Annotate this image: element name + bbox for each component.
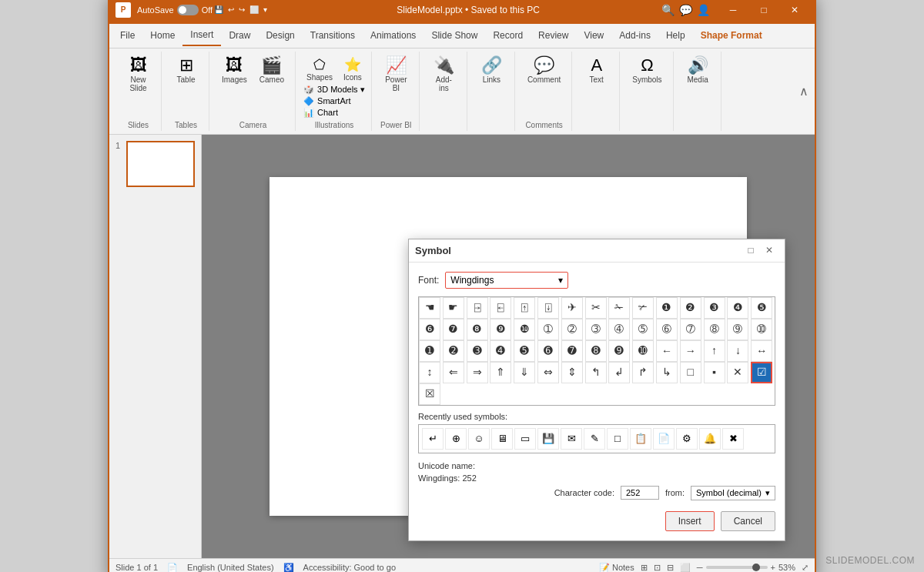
symbol-cell-56[interactable]: □	[680, 362, 701, 383]
smartart-button[interactable]: SmartArt	[317, 96, 350, 105]
symbol-cell-23[interactable]: ➃	[608, 319, 630, 340]
symbol-cell-50[interactable]: ⇔	[537, 362, 559, 383]
recent-symbol-3[interactable]: 🖥	[491, 428, 513, 450]
minimize-button[interactable]: ─	[719, 0, 747, 24]
symbol-cell-0[interactable]: ☚	[419, 297, 440, 319]
symbol-cell-36[interactable]: ➐	[561, 340, 583, 362]
symbol-cell-35[interactable]: ➏	[537, 340, 559, 362]
symbol-cell-8[interactable]: ✁	[608, 297, 630, 319]
symbol-cell-58[interactable]: ✕	[727, 362, 748, 383]
table-button[interactable]: ⊞ Table	[171, 55, 202, 86]
symbol-cell-13[interactable]: ❹	[727, 297, 748, 319]
dialog-close-button[interactable]: ✕	[760, 241, 778, 259]
symbol-cell-22[interactable]: ➂	[585, 319, 607, 340]
symbol-cell-20[interactable]: ➀	[537, 319, 559, 340]
symbol-cell-12[interactable]: ❸	[704, 297, 725, 319]
images-button[interactable]: 🖼 Images	[217, 55, 252, 86]
symbol-cell-59[interactable]: ☑	[751, 362, 772, 383]
symbol-cell-14[interactable]: ❺	[751, 297, 772, 319]
symbol-cell-9[interactable]: ✃	[632, 297, 654, 319]
symbol-cell-21[interactable]: ➁	[561, 319, 583, 340]
recent-symbol-5[interactable]: 💾	[537, 428, 559, 450]
tab-design[interactable]: Design	[258, 25, 302, 45]
symbol-cell-6[interactable]: ✈	[561, 297, 583, 319]
recent-symbol-9[interactable]: 📋	[630, 428, 651, 450]
symbol-cell-3[interactable]: ⍇	[490, 297, 511, 319]
symbol-cell-43[interactable]: ↓	[727, 340, 748, 362]
undo-icon[interactable]: ↩	[226, 4, 236, 15]
tab-review[interactable]: Review	[531, 25, 576, 45]
fit-icon[interactable]: ⤢	[802, 563, 808, 573]
format-icon[interactable]: ⬜	[248, 4, 260, 15]
recent-symbol-13[interactable]: ✖	[722, 428, 744, 450]
symbol-cell-44[interactable]: ↔	[751, 340, 772, 362]
symbol-cell-57[interactable]: ▪	[704, 362, 725, 383]
links-button[interactable]: 🔗 Links	[476, 55, 507, 86]
tab-draw[interactable]: Draw	[221, 25, 258, 45]
symbol-cell-19[interactable]: ❿	[514, 319, 535, 340]
tab-view[interactable]: View	[576, 25, 611, 45]
recent-symbol-6[interactable]: ✉	[561, 428, 582, 450]
symbol-cell-37[interactable]: ➑	[585, 340, 607, 362]
cancel-button[interactable]: Cancel	[721, 511, 775, 531]
symbol-cell-47[interactable]: ⇒	[467, 362, 488, 383]
chart-button[interactable]: Chart	[317, 108, 338, 117]
symbol-cell-41[interactable]: →	[680, 340, 701, 362]
recent-symbol-2[interactable]: ☺	[468, 428, 490, 450]
tab-home[interactable]: Home	[142, 25, 182, 45]
symbol-cell-33[interactable]: ➍	[490, 340, 511, 362]
symbols-button[interactable]: Ω Symbols	[628, 55, 666, 86]
symbol-cell-30[interactable]: ➊	[419, 340, 440, 362]
tab-animations[interactable]: Animations	[363, 25, 424, 45]
tab-file[interactable]: File	[112, 25, 142, 45]
cameo-button[interactable]: 🎬 Cameo	[255, 55, 289, 86]
symbol-cell-2[interactable]: ⍈	[467, 297, 488, 319]
symbol-cell-40[interactable]: ←	[656, 340, 678, 362]
symbol-cell-45[interactable]: ↕	[419, 362, 440, 383]
symbol-cell-1[interactable]: ☛	[443, 297, 464, 319]
symbol-cell-53[interactable]: ↲	[608, 362, 630, 383]
symbol-cell-5[interactable]: ⍗	[537, 297, 559, 319]
symbol-cell-27[interactable]: ➇	[704, 319, 725, 340]
symbol-cell-28[interactable]: ➈	[727, 319, 748, 340]
symbol-cell-29[interactable]: ➉	[751, 319, 772, 340]
addins-button[interactable]: 🔌 Add-ins	[428, 55, 459, 95]
comment-button[interactable]: 💬 Comment	[523, 55, 565, 86]
symbol-cell-42[interactable]: ↑	[704, 340, 725, 362]
symbol-cell-46[interactable]: ⇐	[443, 362, 464, 383]
symbol-cell-18[interactable]: ❾	[490, 319, 511, 340]
symbol-cell-24[interactable]: ➄	[632, 319, 654, 340]
recent-symbol-7[interactable]: ✎	[584, 428, 605, 450]
autosave-toggle[interactable]	[177, 5, 199, 15]
icons-button[interactable]: ⭐ Icons	[340, 55, 365, 83]
tab-slideshow[interactable]: Slide Show	[424, 25, 485, 45]
symbol-cell-34[interactable]: ➎	[514, 340, 535, 362]
symbol-cell-60[interactable]: ☒	[419, 383, 440, 405]
tab-help[interactable]: Help	[658, 25, 693, 45]
symbol-cell-17[interactable]: ❽	[467, 319, 488, 340]
normal-view-icon[interactable]: ⊞	[641, 563, 648, 573]
symbol-cell-49[interactable]: ⇓	[514, 362, 535, 383]
comment-icon[interactable]: 💬	[679, 4, 692, 16]
symbol-cell-39[interactable]: ➓	[632, 340, 654, 362]
slideshow-icon[interactable]: ⬜	[680, 563, 691, 573]
tab-transitions[interactable]: Transitions	[303, 25, 363, 45]
more-icon[interactable]: ▾	[262, 4, 269, 15]
symbol-cell-10[interactable]: ❶	[656, 297, 678, 319]
recent-symbol-11[interactable]: ⚙	[676, 428, 698, 450]
maximize-button[interactable]: □	[750, 0, 778, 24]
recent-symbol-8[interactable]: □	[607, 428, 628, 450]
from-select[interactable]: Symbol (decimal) ▾	[691, 486, 775, 500]
tab-insert[interactable]: Insert	[182, 25, 221, 46]
recent-symbol-0[interactable]: ↵	[422, 428, 444, 450]
symbol-cell-7[interactable]: ✂	[585, 297, 607, 319]
close-button[interactable]: ✕	[781, 0, 808, 24]
save-icon[interactable]: 💾	[213, 4, 225, 15]
ribbon-collapse-button[interactable]: ∧	[799, 52, 808, 131]
symbol-cell-51[interactable]: ⇕	[561, 362, 583, 383]
new-slide-button[interactable]: 🖼 NewSlide	[123, 55, 154, 95]
recent-symbol-12[interactable]: 🔔	[699, 428, 721, 450]
symbol-cell-52[interactable]: ↰	[585, 362, 607, 383]
symbol-cell-4[interactable]: ⍐	[514, 297, 535, 319]
symbol-cell-32[interactable]: ➌	[467, 340, 488, 362]
